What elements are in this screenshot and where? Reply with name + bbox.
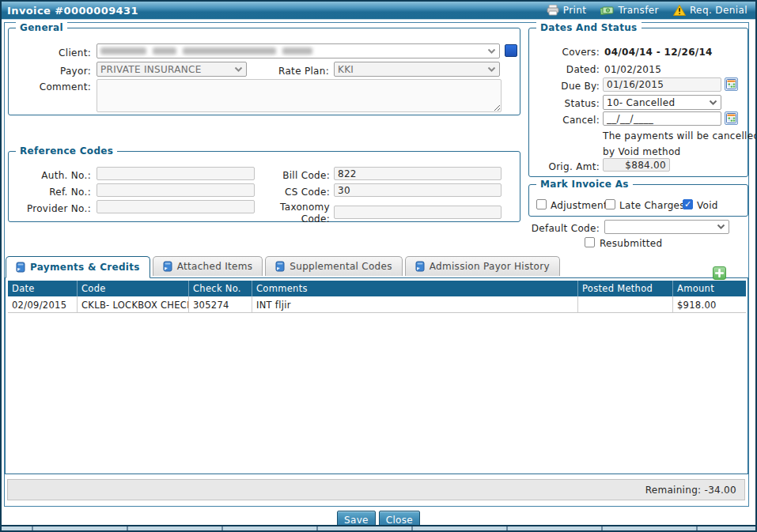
table-header-row: Date Code Check No. Comments Posted Meth… [8, 281, 746, 296]
invoice-window: Invoice #0000009431 Print Transfer Req. … [0, 0, 757, 532]
dated-label: Dated: [528, 64, 600, 75]
tab-supplemental-codes[interactable]: Supplemental Codes [265, 256, 402, 276]
cs-code-input[interactable] [334, 183, 502, 197]
col-comments[interactable]: Comments [252, 281, 577, 296]
void-note-line1: The payments will be cancelled [603, 130, 757, 141]
tab-payments-credits[interactable]: Payments & Credits [6, 256, 150, 278]
printer-icon [547, 5, 559, 16]
transfer-button[interactable]: Transfer [600, 5, 658, 16]
resubmitted-checkbox[interactable] [585, 237, 595, 247]
transfer-label: Transfer [618, 5, 658, 16]
auth-no-input[interactable] [97, 167, 255, 180]
due-by-calendar-button[interactable] [725, 77, 738, 91]
due-by-input[interactable] [603, 77, 721, 92]
add-payment-button[interactable] [713, 266, 726, 280]
titlebar-actions: Print Transfer Req. Denial [547, 5, 755, 16]
remaining-value: Remaining: -34.00 [645, 485, 736, 496]
cancel-label: Cancel: [528, 115, 600, 126]
void-note-line2: by Void method [603, 146, 680, 157]
payments-credits-panel: Date Code Check No. Comments Posted Meth… [5, 277, 748, 474]
print-button[interactable]: Print [547, 5, 587, 16]
dates-status-legend: Dates And Status [536, 22, 642, 33]
taxonomy-code-label-line2: Code: [263, 213, 330, 224]
rate-plan-label: Rate Plan: [269, 66, 329, 77]
provider-no-label: Provider No.: [8, 203, 91, 214]
cancel-calendar-button[interactable] [725, 111, 738, 125]
tab-label: Payments & Credits [30, 262, 140, 273]
tab-label: Attached Items [177, 261, 253, 272]
orig-amt-label: Orig. Amt: [528, 161, 600, 172]
taxonomy-code-input[interactable] [334, 206, 502, 219]
default-code-select[interactable] [604, 220, 729, 234]
default-code-label: Default Code: [528, 223, 600, 234]
client-select[interactable] [97, 43, 500, 58]
cs-code-label: CS Code: [263, 187, 330, 198]
taxonomy-code-label-line1: Taxonomy [263, 202, 330, 213]
bill-code-label: Bill Code: [263, 170, 330, 181]
print-label: Print [563, 5, 587, 16]
mark-invoice-legend: Mark Invoice As [536, 179, 633, 190]
ref-no-input[interactable] [97, 183, 255, 197]
status-select[interactable]: 10- Cancelled [603, 95, 721, 110]
general-legend: General [16, 22, 67, 33]
bottom-resize-strip [2, 525, 755, 530]
comment-textarea[interactable] [97, 79, 502, 112]
payor-label: Payor: [16, 66, 91, 77]
tab-label: Supplemental Codes [290, 261, 392, 272]
dated-value: 01/02/2015 [604, 64, 661, 75]
bill-code-input[interactable] [334, 167, 502, 180]
client-value-redacted [100, 47, 312, 55]
status-value: 10- Cancelled [607, 97, 675, 108]
rate-plan-select[interactable]: KKI [334, 62, 500, 77]
auth-no-label: Auth. No.: [8, 170, 91, 181]
table-row[interactable]: 02/09/2015CKLB- LOCKBOX CHECKS305274INT … [8, 296, 746, 313]
window-title: Invoice #0000009431 [2, 5, 138, 17]
col-check-no[interactable]: Check No. [188, 281, 252, 296]
payor-select[interactable]: PRIVATE INSURANCE [97, 62, 247, 77]
due-by-label: Due By: [528, 81, 600, 92]
col-date[interactable]: Date [8, 281, 77, 296]
remaining-bar: Remaining: -34.00 [7, 479, 745, 500]
rate-plan-value: KKI [338, 64, 354, 75]
warning-icon [673, 5, 686, 16]
tab-label: Admission Payor History [430, 261, 550, 272]
col-code[interactable]: Code [77, 281, 188, 296]
chevron-down-icon [487, 48, 496, 54]
payments-table: Date Code Check No. Comments Posted Meth… [8, 281, 746, 313]
notepad-icon [163, 261, 173, 272]
calendar-icon [726, 79, 736, 89]
void-label: Void [697, 200, 718, 211]
chevron-down-icon [709, 100, 717, 105]
money-transfer-icon [600, 6, 614, 16]
chevron-down-icon [234, 66, 243, 72]
payments-table-body: 02/09/2015CKLB- LOCKBOX CHECKS305274INT … [8, 296, 746, 313]
cancel-date-input[interactable] [603, 111, 721, 126]
notepad-icon [275, 261, 286, 272]
covers-value: 04/04/14 - 12/26/14 [604, 47, 713, 58]
chevron-down-icon [487, 66, 496, 72]
covers-label: Covers: [528, 47, 600, 58]
late-charges-label: Late Charges [619, 200, 685, 211]
col-posted-method[interactable]: Posted Method [577, 281, 672, 296]
late-charges-checkbox[interactable] [605, 199, 615, 209]
adjustment-label: Adjustment [551, 200, 607, 211]
req-denial-label: Req. Denial [690, 5, 748, 16]
payor-value: PRIVATE INSURANCE [100, 64, 202, 75]
client-label: Client: [16, 47, 91, 58]
provider-no-input[interactable] [97, 200, 255, 213]
client-lookup-button[interactable] [505, 44, 517, 57]
comment-label: Comment: [8, 81, 91, 92]
col-amount[interactable]: Amount [672, 281, 746, 296]
calendar-icon [726, 113, 736, 123]
void-checkbox[interactable] [683, 199, 693, 209]
tab-strip: Payments & Credits Attached Items Supple… [6, 256, 560, 278]
notepad-icon [16, 262, 26, 273]
tab-admission-payor-history[interactable]: Admission Payor History [405, 256, 560, 276]
tab-attached-items[interactable]: Attached Items [153, 256, 263, 276]
status-label: Status: [528, 98, 600, 109]
chevron-down-icon [717, 224, 725, 230]
orig-amt-input [603, 158, 670, 172]
req-denial-button[interactable]: Req. Denial [673, 5, 748, 16]
title-bar: Invoice #0000009431 Print Transfer Req. … [2, 2, 755, 20]
adjustment-checkbox[interactable] [536, 199, 547, 209]
